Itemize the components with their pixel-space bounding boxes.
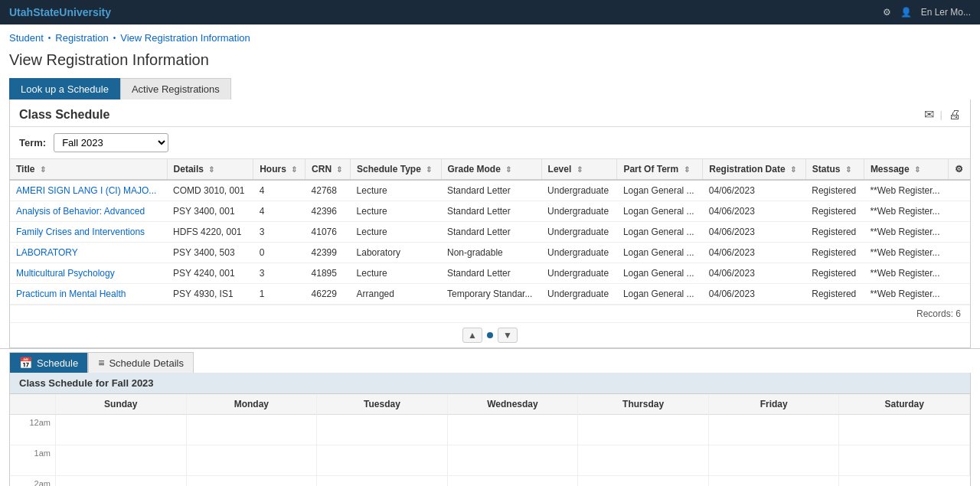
breadcrumb-registration[interactable]: Registration [55, 32, 108, 44]
cell-grade_mode: Non-gradable [441, 243, 541, 263]
table-row: Analysis of Behavior: AdvancedPSY 3400, … [10, 201, 970, 222]
cell-status: Registered [805, 180, 864, 201]
sort-icon-level: ⇕ [577, 165, 583, 174]
breadcrumb-view-registration[interactable]: View Registration Information [120, 32, 250, 44]
tab-schedule[interactable]: 📅 Schedule [9, 352, 88, 373]
cell-level: Undergraduate [541, 222, 617, 243]
email-icon[interactable]: ✉ [924, 107, 934, 122]
calendar-day-header: Friday [709, 394, 840, 415]
breadcrumb-sep-1: • [48, 34, 51, 42]
cell-hours: 4 [253, 180, 305, 201]
col-part-of-term[interactable]: Part Of Term ⇕ [617, 159, 703, 181]
cell-grade_mode: Standard Letter [441, 201, 541, 222]
cell-crn: 41895 [305, 263, 351, 284]
calendar-cell [839, 415, 970, 445]
cell-grade_mode: Standard Letter [441, 263, 541, 284]
cell-level: Undergraduate [541, 284, 617, 305]
cell-hours: 4 [253, 201, 305, 222]
scroll-down-btn[interactable]: ▼ [498, 328, 518, 343]
calendar-cell [839, 445, 970, 476]
cell-schedule_type: Lecture [351, 180, 441, 201]
main-tabs: Look up a Schedule Active Registrations [0, 78, 980, 99]
col-message[interactable]: Message ⇕ [864, 159, 948, 181]
col-grade-mode[interactable]: Grade Mode ⇕ [441, 159, 541, 181]
col-hours[interactable]: Hours ⇕ [253, 159, 305, 181]
sort-icon-crn: ⇕ [336, 165, 342, 174]
tab-lookup-schedule[interactable]: Look up a Schedule [9, 78, 120, 99]
scroll-up-btn[interactable]: ▲ [462, 328, 482, 343]
table-row: Family Crises and InterventionsHDFS 4220… [10, 222, 970, 243]
calendar-time-label: 1am [10, 445, 56, 476]
calendar-cell [56, 445, 187, 476]
col-status[interactable]: Status ⇕ [805, 159, 864, 181]
cell-crn: 41076 [305, 222, 351, 243]
cell-part_of_term: Logan General ... [617, 263, 703, 284]
calendar-section: Class Schedule for Fall 2023 SundayMonda… [9, 373, 971, 486]
cell-gear [949, 201, 970, 222]
user-icon[interactable]: 👤 [900, 7, 912, 18]
col-title[interactable]: Title ⇕ [10, 159, 167, 181]
breadcrumb: Student • Registration • View Registrati… [0, 24, 980, 48]
calendar-cell [56, 476, 187, 486]
term-row: Term: Fall 2023 [10, 127, 970, 158]
calendar-cell [187, 415, 318, 445]
calendar-cell [578, 445, 709, 476]
cell-details: PSY 3400, 001 [167, 201, 253, 222]
calendar-cell [578, 415, 709, 445]
content-area: Class Schedule ✉ | 🖨 Term: Fall 2023 Tit… [9, 99, 971, 348]
breadcrumb-sep-2: • [113, 34, 116, 42]
tab-active-registrations[interactable]: Active Registrations [120, 78, 231, 99]
cell-crn: 42396 [305, 201, 351, 222]
breadcrumb-student[interactable]: Student [9, 32, 44, 44]
cell-message: **Web Register... [864, 222, 948, 243]
term-select[interactable]: Fall 2023 [54, 133, 168, 152]
print-icon[interactable]: 🖨 [949, 108, 961, 122]
calendar-day-header: Sunday [56, 394, 187, 415]
scroll-indicator: ▲ ▼ [10, 322, 970, 347]
cell-title: Multicultural Psychology [10, 263, 167, 284]
cell-title: AMERI SIGN LANG I (CI) MAJO... [10, 180, 167, 201]
col-settings[interactable]: ⚙ [949, 159, 970, 181]
cell-crn: 42399 [305, 243, 351, 263]
cell-reg_date: 04/06/2023 [703, 243, 805, 263]
tab-schedule-details[interactable]: ≡ Schedule Details [88, 352, 194, 373]
course-link[interactable]: Multicultural Psychology [16, 268, 115, 279]
cell-status: Registered [805, 201, 864, 222]
cell-schedule_type: Lecture [351, 222, 441, 243]
course-link[interactable]: Practicum in Mental Health [16, 289, 126, 299]
cell-title: LABORATORY [10, 243, 167, 263]
calendar-cell [317, 415, 448, 445]
col-crn[interactable]: CRN ⇕ [305, 159, 351, 181]
cell-crn: 46229 [305, 284, 351, 305]
cell-message: **Web Register... [864, 243, 948, 263]
calendar-cell [709, 445, 840, 476]
cell-message: **Web Register... [864, 284, 948, 305]
calendar-cell [317, 476, 448, 486]
university-logo: UtahStateUniversity [9, 6, 111, 18]
col-details[interactable]: Details ⇕ [167, 159, 253, 181]
cell-part_of_term: Logan General ... [617, 201, 703, 222]
calendar-cell [317, 445, 448, 476]
schedule-details-tab-label: Schedule Details [109, 357, 184, 369]
cell-level: Undergraduate [541, 180, 617, 201]
page-title: View Registration Information [0, 48, 980, 78]
cell-schedule_type: Lecture [351, 201, 441, 222]
cell-schedule_type: Arranged [351, 284, 441, 305]
col-level[interactable]: Level ⇕ [541, 159, 617, 181]
calendar-cell [187, 476, 318, 486]
sort-icon-message: ⇕ [914, 165, 920, 174]
course-link[interactable]: Family Crises and Interventions [16, 227, 145, 237]
table-row: Multicultural PsychologyPSY 4240, 001341… [10, 263, 970, 284]
table-row: LABORATORYPSY 3400, 503042399LaboratoryN… [10, 243, 970, 263]
course-link[interactable]: AMERI SIGN LANG I (CI) MAJO... [16, 185, 156, 196]
sort-icon-grade-mode: ⇕ [505, 165, 511, 174]
cell-gear [949, 263, 970, 284]
col-reg-date[interactable]: Registration Date ⇕ [703, 159, 805, 181]
schedule-details-tab-icon: ≡ [98, 357, 104, 369]
col-schedule-type[interactable]: Schedule Type ⇕ [351, 159, 441, 181]
course-link[interactable]: Analysis of Behavior: Advanced [16, 206, 145, 217]
cell-reg_date: 04/06/2023 [703, 201, 805, 222]
settings-icon[interactable]: ⚙ [883, 7, 891, 18]
cell-title: Practicum in Mental Health [10, 284, 167, 305]
course-link[interactable]: LABORATORY [16, 247, 78, 258]
